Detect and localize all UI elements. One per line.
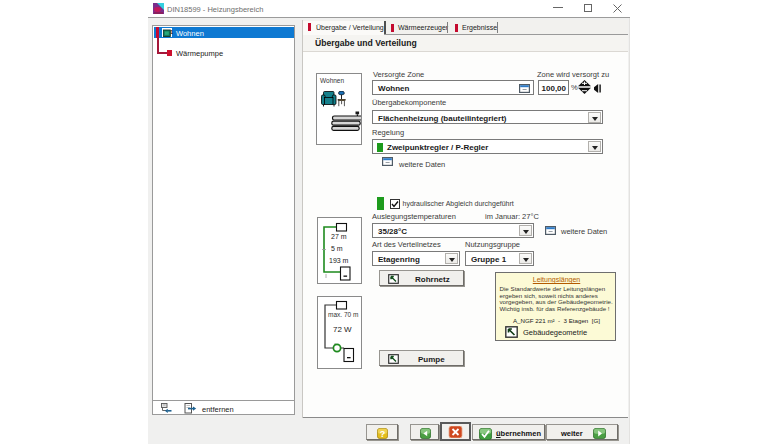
svg-text:?: ? [380,428,386,438]
svg-text:1: 1 [171,30,173,35]
